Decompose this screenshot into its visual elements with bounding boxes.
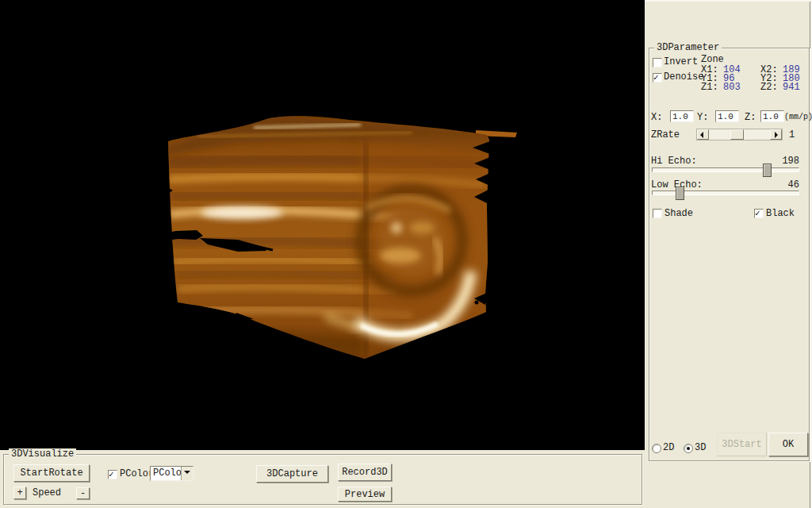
- mode-3d-radio[interactable]: [684, 444, 693, 453]
- parameter-panel: 3DParameter ✓ Invert ✓ Denoise Zone X1: …: [645, 0, 812, 508]
- hi-echo-value: 198: [782, 156, 799, 167]
- x-scale-input[interactable]: [670, 110, 694, 122]
- visualize-group-title: 3DVisualize: [9, 448, 76, 460]
- invert-label: Invert: [664, 57, 698, 67]
- z-scale-input[interactable]: [760, 110, 784, 122]
- right-arrow-icon: [775, 132, 778, 138]
- zrate-label: ZRate: [651, 130, 680, 140]
- 3dstart-button[interactable]: 3DStart: [717, 433, 767, 456]
- zrate-scroll-left-button[interactable]: [697, 129, 709, 140]
- zrate-scroll-thumb[interactable]: [730, 129, 744, 140]
- black-checkbox[interactable]: ✓: [754, 209, 764, 218]
- parameter-group-title: 3DParameter: [654, 42, 722, 53]
- pcolor-dropdown[interactable]: PColor: [150, 466, 193, 481]
- shade-checkbox[interactable]: ✓: [653, 209, 662, 218]
- mode-2d-label: 2D: [663, 443, 674, 453]
- speed-minus-button[interactable]: -: [76, 487, 90, 499]
- volume-render-3d: [0, 0, 645, 450]
- x-scale-label: X:: [651, 113, 662, 123]
- check-icon: ✓: [109, 469, 114, 479]
- zrate-scrollbar[interactable]: [696, 129, 783, 140]
- zone-z2-value: 941: [783, 83, 800, 93]
- black-label: Black: [766, 209, 795, 219]
- pcolor-checkbox[interactable]: ✓: [108, 470, 117, 479]
- low-echo-value: 46: [788, 180, 799, 190]
- y-scale-label: Y:: [697, 113, 708, 123]
- zone-z1-label: Z1:: [701, 83, 718, 93]
- app-window: 3DParameter ✓ Invert ✓ Denoise Zone X1: …: [0, 0, 812, 508]
- bottom-toolbar: 3DVisualize StartRotate + Speed - ✓ PCol…: [0, 450, 645, 508]
- zrate-scroll-right-button[interactable]: [770, 129, 782, 140]
- check-icon: ✓: [653, 72, 659, 83]
- hi-echo-track[interactable]: [652, 167, 799, 172]
- dropdown-arrow-button[interactable]: [181, 467, 193, 480]
- pcolor-label: PColor: [120, 469, 154, 479]
- radio-dot-icon: [687, 447, 690, 450]
- parameter-groupbox: 3DParameter ✓ Invert ✓ Denoise Zone X1: …: [649, 48, 810, 461]
- check-icon: ✓: [755, 208, 760, 218]
- y-scale-input[interactable]: [715, 110, 739, 122]
- denoise-checkbox[interactable]: ✓: [653, 73, 662, 83]
- hi-echo-label: Hi Echo:: [651, 156, 697, 167]
- 3dcapture-button[interactable]: 3DCapture: [256, 465, 328, 483]
- invert-checkbox[interactable]: ✓: [653, 58, 662, 67]
- render-viewport[interactable]: [0, 0, 645, 450]
- mode-2d-radio[interactable]: [652, 444, 661, 453]
- visualize-groupbox: 3DVisualize StartRotate + Speed - ✓ PCol…: [3, 454, 642, 505]
- start-rotate-button[interactable]: StartRotate: [13, 464, 90, 482]
- shade-label: Shade: [665, 209, 693, 219]
- chevron-down-icon: [184, 471, 190, 474]
- denoise-label: Denoise: [664, 72, 703, 83]
- zone-z2-label: Z2:: [760, 83, 778, 93]
- z-scale-label: Z:: [745, 113, 756, 123]
- left-arrow-icon: [700, 132, 703, 138]
- preview-button[interactable]: Preview: [338, 487, 392, 502]
- low-echo-track[interactable]: [652, 190, 799, 195]
- hi-echo-thumb[interactable]: [763, 164, 772, 177]
- ok-button[interactable]: OK: [768, 433, 808, 456]
- scale-unit-label: (mm/p): [784, 112, 812, 122]
- speed-plus-button[interactable]: +: [13, 487, 26, 499]
- speed-label: Speed: [33, 488, 61, 498]
- mode-3d-label: 3D: [695, 443, 706, 453]
- record3d-button[interactable]: Record3D: [338, 464, 392, 481]
- zrate-value: 1: [789, 130, 795, 140]
- zone-z1-value: 803: [723, 83, 741, 93]
- low-echo-thumb[interactable]: [676, 187, 684, 200]
